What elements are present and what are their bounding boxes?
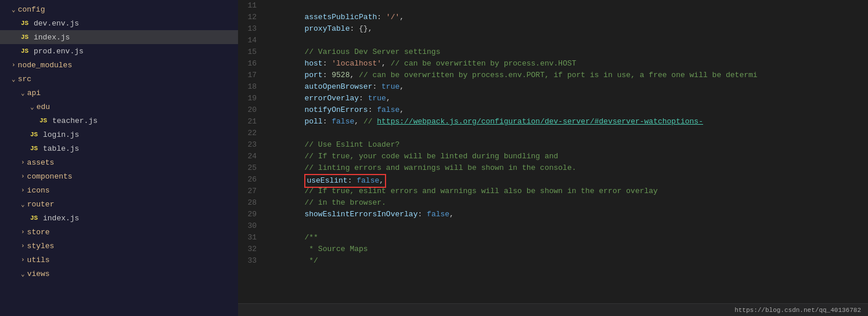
status-bar: https://blog.csdn.net/qq_40136782 xyxy=(238,303,868,316)
sidebar-item-loginjs[interactable]: JS login.js xyxy=(0,128,238,141)
sidebar-item-router[interactable]: ⌄ router xyxy=(0,197,238,211)
code-line-22: // Use Eslint Loader? xyxy=(268,128,868,139)
sidebar-item-label: node_modules xyxy=(18,61,73,70)
sidebar-item-label: table.js xyxy=(43,144,79,153)
sidebar-item-src[interactable]: ⌄ src xyxy=(0,72,238,86)
sidebar-item-icons[interactable]: › icons xyxy=(0,183,238,197)
chevron-down-icon: ⌄ xyxy=(21,89,25,97)
js-file-icon: JS xyxy=(21,48,30,55)
sidebar-item-assets[interactable]: › assets xyxy=(0,155,238,169)
chevron-right-icon: › xyxy=(12,61,16,68)
js-file-icon: JS xyxy=(21,20,30,27)
sidebar-item-label: icons xyxy=(27,186,50,195)
sidebar-item-label: styles xyxy=(27,242,55,250)
sidebar-item-label: api xyxy=(27,89,41,97)
js-file-icon: JS xyxy=(30,145,39,152)
sidebar-item-label: login.js xyxy=(43,130,79,139)
line-numbers: 11 12 13 14 15 16 17 18 19 20 21 22 23 2… xyxy=(238,0,264,303)
chevron-down-icon: ⌄ xyxy=(21,201,25,208)
sidebar-item-label: views xyxy=(27,270,50,278)
sidebar-item-nodemodules[interactable]: › node_modules xyxy=(0,58,238,72)
chevron-down-icon: ⌄ xyxy=(12,6,16,13)
js-file-icon: JS xyxy=(30,131,39,138)
js-file-icon: JS xyxy=(30,215,39,221)
code-line-31: * Source Maps xyxy=(268,232,868,244)
sidebar-item-router-indexjs[interactable]: JS index.js xyxy=(0,211,238,225)
sidebar-item-components[interactable]: › components xyxy=(0,169,238,183)
sidebar-item-config[interactable]: ⌄ config xyxy=(0,2,238,16)
sidebar-item-label: prod.env.js xyxy=(34,47,84,56)
sidebar-item-label: index.js xyxy=(34,33,70,42)
sidebar-item-label: edu xyxy=(37,103,50,111)
sidebar-item-label: src xyxy=(18,75,31,83)
sidebar-item-views[interactable]: ⌄ views xyxy=(0,267,238,281)
js-file-icon: JS xyxy=(21,34,30,41)
chevron-down-icon: ⌄ xyxy=(12,75,16,83)
sidebar: ⌄ config JS dev.env.js JS index.js JS pr… xyxy=(0,0,238,316)
sidebar-item-tablejs[interactable]: JS table.js xyxy=(0,141,238,155)
code-line-33 xyxy=(268,255,868,267)
sidebar-item-label: router xyxy=(27,200,55,209)
blog-url: https://blog.csdn.net/qq_40136782 xyxy=(734,307,861,314)
chevron-right-icon: › xyxy=(21,228,25,235)
chevron-right-icon: › xyxy=(21,242,25,249)
chevron-right-icon: › xyxy=(21,173,25,180)
chevron-right-icon: › xyxy=(21,187,25,194)
sidebar-item-label: dev.env.js xyxy=(34,19,79,28)
sidebar-item-devenvjs[interactable]: JS dev.env.js xyxy=(0,16,238,30)
chevron-down-icon: ⌄ xyxy=(21,270,25,278)
sidebar-item-label: components xyxy=(27,172,73,181)
sidebar-item-prodenvjs[interactable]: JS prod.env.js xyxy=(0,44,238,58)
sidebar-item-styles[interactable]: › styles xyxy=(0,239,238,253)
code-line-11: assetsPublicPath: '/', xyxy=(268,0,868,12)
sidebar-item-teacherjs[interactable]: JS teacher.js xyxy=(0,114,238,128)
js-file-icon: JS xyxy=(39,117,49,124)
code-line-14: // Various Dev Server settings xyxy=(268,35,868,46)
sidebar-item-label: utils xyxy=(27,256,50,264)
editor: 11 12 13 14 15 16 17 18 19 20 21 22 23 2… xyxy=(238,0,868,316)
sidebar-item-label: assets xyxy=(27,158,55,167)
sidebar-item-utils[interactable]: › utils xyxy=(0,253,238,267)
code-line-30: /** xyxy=(268,220,868,232)
sidebar-item-edu[interactable]: ⌄ edu xyxy=(0,100,238,114)
chevron-down-icon: ⌄ xyxy=(30,103,34,111)
chevron-right-icon: › xyxy=(21,159,25,166)
sidebar-item-indexjs[interactable]: JS index.js xyxy=(0,30,238,44)
chevron-right-icon: › xyxy=(21,256,25,263)
code-area[interactable]: assetsPublicPath: '/', proxyTable: {}, /… xyxy=(264,0,868,303)
sidebar-item-label: store xyxy=(27,228,50,237)
sidebar-item-store[interactable]: › store xyxy=(0,225,238,239)
sidebar-item-api[interactable]: ⌄ api xyxy=(0,86,238,100)
sidebar-item-label: teacher.js xyxy=(52,117,98,125)
sidebar-item-label: config xyxy=(18,5,45,14)
sidebar-item-label: index.js xyxy=(43,214,79,223)
